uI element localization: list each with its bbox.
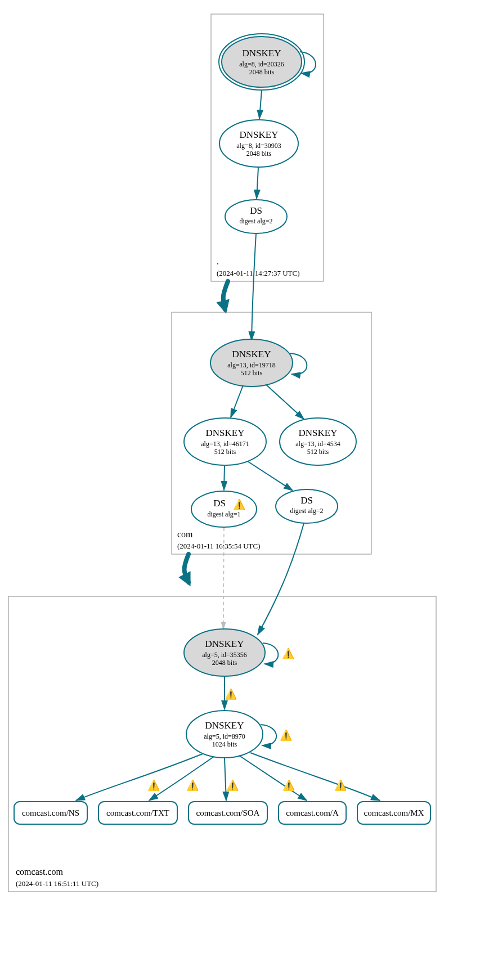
edge-ds1-to-target-ksk	[223, 528, 224, 629]
dnskey-root-ksk: DNSKEY alg=8, id=20326 2048 bits	[219, 34, 304, 90]
warning-icon: ⚠️	[186, 779, 199, 792]
rrset-a: comcast.com/A	[279, 802, 346, 824]
svg-text:2048 bits: 2048 bits	[212, 659, 237, 667]
warning-icon: ⚠️	[280, 729, 293, 741]
dnskey-target-ksk: DNSKEY alg=5, id=35356 2048 bits	[184, 629, 265, 676]
svg-text:alg=5, id=35356: alg=5, id=35356	[202, 651, 247, 659]
zone-label-root: . (2024-01-11 14:27:37 UTC)	[217, 257, 300, 277]
svg-text:comcast.com/NS: comcast.com/NS	[22, 808, 79, 817]
dnskey-root-zsk: DNSKEY alg=8, id=30903 2048 bits	[219, 120, 298, 167]
warning-icon: ⚠️	[282, 648, 295, 660]
svg-text:DNSKEY: DNSKEY	[206, 428, 245, 438]
warning-icon: ⚠️	[334, 779, 347, 792]
svg-text:DNSKEY: DNSKEY	[205, 639, 244, 649]
svg-text:.: .	[217, 257, 219, 266]
svg-text:comcast.com/SOA: comcast.com/SOA	[196, 808, 260, 817]
svg-text:comcast.com/TXT: comcast.com/TXT	[106, 808, 169, 817]
svg-point-11	[225, 200, 287, 233]
svg-text:com: com	[177, 529, 193, 539]
warning-icon: ⚠️	[226, 779, 239, 792]
svg-text:512 bits: 512 bits	[241, 369, 263, 377]
dnskey-target-zsk: DNSKEY alg=5, id=8970 1024 bits	[186, 711, 263, 758]
svg-text:2048 bits: 2048 bits	[249, 68, 275, 76]
svg-text:comcast.com/MX: comcast.com/MX	[364, 808, 424, 817]
warning-icon: ⚠️	[147, 779, 160, 792]
edge-zsk-to-txt	[149, 757, 214, 801]
svg-text:1024 bits: 1024 bits	[212, 740, 237, 748]
delegation-com-to-target	[185, 554, 189, 582]
svg-text:digest alg=1: digest alg=1	[207, 510, 240, 518]
zone-label-target: comcast.com (2024-01-11 16:51:11 UTC)	[16, 867, 98, 888]
svg-text:comcast.com: comcast.com	[16, 867, 64, 876]
dnskey-com-ksk: DNSKEY alg=13, id=19718 512 bits	[210, 339, 293, 386]
rrset-txt: comcast.com/TXT	[98, 802, 177, 824]
warning-icon: ⚠️	[282, 779, 295, 792]
svg-text:2048 bits: 2048 bits	[246, 150, 272, 158]
edge-com-zsk1-to-ds2	[248, 461, 293, 491]
svg-text:alg=5, id=8970: alg=5, id=8970	[204, 732, 245, 740]
edge-zsk-to-a	[239, 756, 307, 801]
warning-icon: ⚠️	[225, 688, 237, 700]
svg-text:DNSKEY: DNSKEY	[240, 129, 279, 140]
delegation-root-to-com	[223, 281, 228, 309]
svg-text:DS: DS	[250, 205, 262, 216]
svg-text:DS: DS	[300, 495, 313, 506]
svg-point-31	[276, 489, 338, 523]
svg-text:comcast.com/A: comcast.com/A	[286, 808, 339, 817]
svg-text:512 bits: 512 bits	[214, 448, 236, 456]
svg-text:(2024-01-11 16:51:11 UTC): (2024-01-11 16:51:11 UTC)	[16, 879, 98, 888]
dnskey-com-zsk2: DNSKEY alg=13, id=4534 512 bits	[280, 418, 356, 465]
edge-ds2-to-target-ksk	[258, 523, 304, 635]
svg-text:digest alg=2: digest alg=2	[239, 217, 272, 225]
edge-root-ds-to-com-ksk	[252, 233, 256, 340]
svg-text:alg=13, id=46171: alg=13, id=46171	[201, 440, 249, 448]
zone-label-com: com (2024-01-11 16:35:54 UTC)	[177, 529, 261, 550]
rrset-ns: comcast.com/NS	[14, 802, 87, 824]
edge-root-zsk-to-ds	[257, 168, 258, 199]
svg-text:(2024-01-11 14:27:37 UTC): (2024-01-11 14:27:37 UTC)	[217, 269, 300, 277]
dnskey-com-zsk1: DNSKEY alg=13, id=46171 512 bits	[184, 418, 266, 465]
svg-text:digest alg=2: digest alg=2	[290, 507, 323, 515]
edge-com-ksk-to-zsk1	[231, 385, 243, 417]
edge-com-ksk-to-zsk2	[266, 384, 304, 419]
rrset-mx: comcast.com/MX	[357, 802, 430, 824]
svg-text:DNSKEY: DNSKEY	[243, 48, 281, 59]
svg-text:alg=8, id=30903: alg=8, id=30903	[236, 142, 281, 150]
edge-com-zsk1-to-ds1	[224, 466, 225, 490]
svg-point-28	[191, 491, 257, 527]
svg-text:alg=8, id=20326: alg=8, id=20326	[239, 60, 284, 68]
svg-text:DNSKEY: DNSKEY	[232, 349, 271, 359]
svg-text:(2024-01-11 16:35:54 UTC): (2024-01-11 16:35:54 UTC)	[177, 542, 261, 550]
rrset-soa: comcast.com/SOA	[189, 802, 267, 824]
ds-com-2: DS digest alg=2	[276, 489, 338, 523]
ds-com-1: DS ⚠️ digest alg=1	[191, 491, 257, 527]
warning-icon: ⚠️	[233, 498, 246, 511]
svg-text:alg=13, id=19718: alg=13, id=19718	[227, 361, 276, 369]
svg-text:DNSKEY: DNSKEY	[205, 720, 244, 731]
ds-root: DS digest alg=2	[225, 200, 287, 233]
edge-root-ksk-to-zsk	[259, 90, 262, 119]
svg-text:512 bits: 512 bits	[307, 448, 329, 456]
svg-text:alg=13, id=4534: alg=13, id=4534	[295, 440, 340, 448]
svg-text:DS: DS	[213, 498, 226, 509]
svg-text:DNSKEY: DNSKEY	[299, 428, 338, 438]
